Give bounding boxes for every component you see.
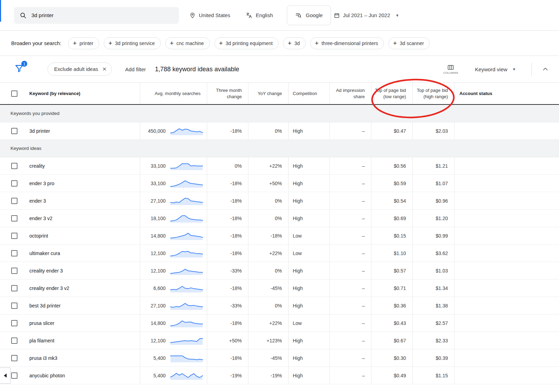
broaden-chip[interactable]: + 3d printing service xyxy=(104,37,161,49)
row-checkbox[interactable] xyxy=(11,250,17,256)
select-all-checkbox[interactable] xyxy=(11,90,17,97)
top-bid-low-value: $0.47 xyxy=(371,122,412,139)
language-selector[interactable]: English xyxy=(246,12,273,19)
broaden-chip[interactable]: + 3d printing equipment xyxy=(215,37,279,49)
top-bid-high-value: $0.39 xyxy=(412,349,454,366)
yoy-change-value: 0% xyxy=(248,262,288,279)
row-checkbox[interactable] xyxy=(11,303,17,309)
trend-sparkline xyxy=(170,214,203,223)
yoy-change-value: +22% xyxy=(248,245,288,262)
row-checkbox[interactable] xyxy=(11,285,17,291)
trend-sparkline xyxy=(170,231,203,240)
avg-searches-value: 33,100 xyxy=(151,181,166,186)
row-checkbox[interactable] xyxy=(11,198,17,204)
search-input[interactable] xyxy=(31,12,164,18)
plus-icon: + xyxy=(219,40,223,46)
three-month-change-value: -18% xyxy=(207,210,248,227)
header-top-bid-high[interactable]: Top of page bid (high range) xyxy=(412,83,454,104)
network-selector[interactable]: Google xyxy=(287,6,331,25)
location-selector[interactable]: United States xyxy=(189,12,230,19)
header-avg-monthly-searches[interactable]: Avg. monthly searches xyxy=(140,83,207,104)
plus-icon: + xyxy=(288,40,291,46)
keyword-label: prusa i3 mk3 xyxy=(29,355,57,361)
broaden-chip[interactable]: + 3d xyxy=(283,37,306,49)
broaden-chip[interactable]: + three-dimensional printers xyxy=(310,37,384,49)
three-month-change-value: -18% xyxy=(207,227,248,244)
top-bid-high-value: $3.62 xyxy=(412,245,454,262)
top-bid-high-value: $1.38 xyxy=(412,297,454,314)
close-icon[interactable]: ✕ xyxy=(102,66,107,72)
header-account-status[interactable]: Account status xyxy=(454,83,559,104)
top-bid-low-value: $0.49 xyxy=(371,367,412,384)
account-status-value xyxy=(454,349,559,366)
avg-searches-value: 33,100 xyxy=(151,163,166,169)
header-competition[interactable]: Competition xyxy=(288,83,329,104)
row-checkbox[interactable] xyxy=(11,355,17,361)
table-row: prusa i3 mk3 5,400 -18% -45% High – $0.3… xyxy=(0,349,559,367)
avg-searches-value: 6,600 xyxy=(153,285,166,291)
trend-sparkline xyxy=(170,249,203,258)
broaden-chip[interactable]: + 3d scanner xyxy=(389,37,430,49)
row-checkbox[interactable] xyxy=(11,215,17,222)
top-bid-low-value: $0.67 xyxy=(371,332,412,349)
three-month-change-value: -18% xyxy=(207,280,248,297)
ad-impression-share-value: – xyxy=(329,367,371,384)
row-checkbox[interactable] xyxy=(11,163,17,169)
account-status-value xyxy=(454,245,559,262)
row-checkbox[interactable] xyxy=(11,320,17,326)
keyword-label: best 3d printer xyxy=(29,303,61,308)
table-row: pla filament 12,100 +50% +123% High – $0… xyxy=(0,332,559,349)
header-keyword[interactable]: Keyword (by relevance) xyxy=(0,83,140,104)
table-row: ender 3 27,100 -18% 0% High – $0.54 $0.9… xyxy=(0,192,559,210)
keyword-label: creality xyxy=(29,163,45,169)
header-top-bid-low[interactable]: Top of page bid (low range) xyxy=(371,83,412,104)
row-checkbox[interactable] xyxy=(11,337,17,344)
yoy-change-value: 0% xyxy=(248,210,288,227)
row-checkbox[interactable] xyxy=(11,233,17,239)
avg-searches-value: 5,400 xyxy=(153,373,166,378)
competition-value: High xyxy=(288,157,329,174)
top-bid-low-value: $0.36 xyxy=(371,297,412,314)
header-ad-impression-share[interactable]: Ad impression share xyxy=(329,83,371,104)
top-bid-low-value: $0.54 xyxy=(371,192,412,209)
top-bid-high-value: $1.34 xyxy=(412,280,454,297)
row-checkbox[interactable] xyxy=(11,268,17,274)
competition-value: High xyxy=(288,280,329,297)
three-month-change-value: -18% xyxy=(207,349,248,366)
keyword-search-box[interactable] xyxy=(14,7,179,24)
row-checkbox[interactable] xyxy=(11,180,17,187)
header-yoy-change[interactable]: YoY change xyxy=(248,83,288,104)
row-checkbox[interactable] xyxy=(11,128,17,134)
account-status-value xyxy=(454,314,559,332)
columns-button[interactable]: COLUMNS xyxy=(443,64,458,74)
yoy-change-value: +22% xyxy=(248,157,288,174)
filter-funnel-button[interactable]: 1 xyxy=(14,63,26,75)
scroll-left-handle[interactable] xyxy=(0,368,10,384)
ad-impression-share-value: – xyxy=(329,175,371,192)
keyword-label: 3d printer xyxy=(29,128,50,134)
top-bid-low-value: $1.10 xyxy=(371,245,412,262)
ad-impression-share-value: – xyxy=(329,332,371,349)
account-status-value xyxy=(454,192,559,209)
add-filter-button[interactable]: Add filter xyxy=(125,66,146,72)
top-bid-high-value: $1.15 xyxy=(412,367,454,384)
plus-icon: + xyxy=(393,40,397,46)
date-range-selector[interactable]: Jul 2021 – Jun 2022 ▼ xyxy=(334,12,399,19)
keyword-label: creality ender 3 xyxy=(29,268,63,274)
keyword-label: pla filament xyxy=(29,338,55,343)
competition-value: High xyxy=(288,297,329,314)
location-pin-icon xyxy=(189,12,196,19)
exclude-adult-ideas-chip[interactable]: Exclude adult ideas ✕ xyxy=(48,63,112,76)
chip-label: 3d printing service xyxy=(115,41,155,46)
ad-impression-share-value: – xyxy=(329,314,371,332)
table-row: 3d printer 450,000 -18% 0% High – $0.47 … xyxy=(0,122,559,140)
collapse-panel-button[interactable] xyxy=(542,65,549,73)
account-status-value xyxy=(454,367,559,384)
keyword-view-selector[interactable]: Keyword view ▼ xyxy=(475,66,516,72)
row-checkbox[interactable] xyxy=(11,372,17,379)
avg-searches-value: 27,100 xyxy=(151,303,166,308)
ad-impression-share-value: – xyxy=(329,210,371,227)
broaden-chip[interactable]: + printer xyxy=(68,37,99,49)
header-three-month-change[interactable]: Three month change xyxy=(207,83,248,104)
broaden-chip[interactable]: + cnc machine xyxy=(165,37,210,49)
